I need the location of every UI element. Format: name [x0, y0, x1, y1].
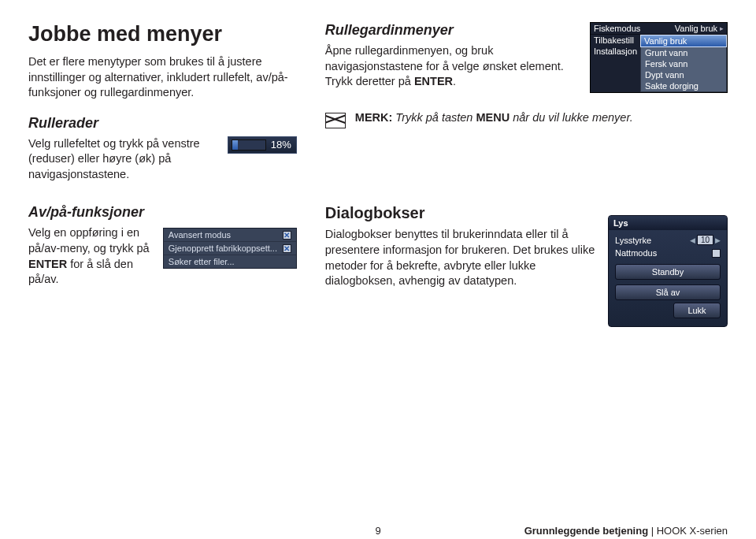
brightness-value: 10	[697, 235, 713, 245]
slider-fill	[232, 140, 239, 150]
note-text: MERK: Trykk på tasten MENU når du vil lu…	[355, 110, 633, 126]
slider-widget: 18%	[228, 136, 297, 154]
chevron-left-icon: ◀	[690, 236, 695, 244]
advanced-row: Søker etter filer...	[164, 255, 296, 268]
page-root: Jobbe med menyer Det er flere menytyper …	[28, 22, 728, 523]
dialog-row-brightness: Lysstyrke ◀ 10 ▶	[610, 233, 725, 247]
chevron-right-icon: ▶	[715, 236, 721, 244]
checkbox-icon	[712, 249, 721, 258]
dropdown-options: Grunt vann Fersk vann Dypt vann Sakte do…	[640, 47, 727, 92]
dropdown-selected: Vanlig bruk	[640, 35, 727, 47]
left-column: Jobbe med menyer Det er flere menytyper …	[28, 22, 297, 182]
rullegardin-row: Rullegardinmenyer Åpne rullegardinmenyen…	[325, 22, 728, 93]
rullerader-body: Velg rullefeltet og trykk på venstre (re…	[28, 136, 220, 183]
rullegardin-heading: Rullegardinmenyer	[325, 22, 579, 39]
columns-row1: Jobbe med menyer Det er flere menytyper …	[28, 22, 728, 182]
close-button: Lukk	[673, 303, 721, 318]
rullegardin-body: Åpne rullegardinmenyen, og bruk navigasj…	[325, 43, 579, 90]
rullerader-block: Velg rullefeltet og trykk på venstre (re…	[28, 136, 297, 183]
dialog-screenshot: Lys Lysstyrke ◀ 10 ▶ Nattmodus S	[608, 215, 728, 327]
dropdown-value: Vanlig bruk	[675, 24, 717, 33]
dropdown-option: Grunt vann	[641, 47, 726, 58]
dialogbokser-heading: Dialogbokser	[325, 204, 600, 222]
dropdown-label-installasjon: Installasjon	[594, 46, 637, 56]
off-button: Slå av	[615, 284, 721, 300]
dropdown-row-tilbakestill: Tilbakestill	[591, 35, 640, 46]
advanced-row: Gjenopprett fabrikkoppsett... ✕	[164, 242, 296, 255]
slider-value: 18%	[269, 139, 296, 151]
page-title: Jobbe med menyer	[28, 22, 297, 46]
columns-row2: Av/på-funksjoner Velg en oppføring i en …	[28, 204, 728, 327]
checkbox-icon: ✕	[283, 231, 291, 240]
avpa-heading: Av/på-funksjoner	[28, 204, 155, 221]
dialog-body: Lysstyrke ◀ 10 ▶ Nattmodus Standby Slå a…	[609, 230, 727, 326]
dropdown-option: Dypt vann	[641, 69, 726, 80]
slider-track	[232, 139, 266, 151]
avpa-block: Av/på-funksjoner Velg en oppføring i en …	[28, 204, 297, 327]
right-column: Rullegardinmenyer Åpne rullegardinmenyen…	[325, 22, 728, 182]
brightness-label: Lysstyrke	[615, 236, 651, 245]
standby-button: Standby	[615, 264, 721, 280]
rullerader-heading: Rullerader	[28, 115, 297, 132]
envelope-icon	[325, 113, 346, 128]
dropdown-label-tilbakestill: Tilbakestill	[594, 35, 634, 45]
checkbox-icon: ✕	[283, 244, 291, 253]
note-block: MERK: Trykk på tasten MENU når du vil lu…	[325, 110, 728, 128]
advanced-row: Avansert modus ✕	[164, 229, 296, 242]
dropdown-option: Sakte dorging	[641, 80, 726, 91]
intro-text: Det er flere menytyper som brukes til å …	[28, 54, 297, 101]
avpa-body: Velg en oppføring i en på/av-meny, og tr…	[28, 225, 155, 287]
dropdown-row-fiskemodus: Fiskemodus Vanlig bruk ▸	[591, 23, 727, 35]
dropdown-row-installasjon: Installasjon	[591, 46, 640, 57]
rullegardin-text-block: Rullegardinmenyer Åpne rullegardinmenyen…	[325, 22, 579, 90]
dropdown-screenshot: Fiskemodus Vanlig bruk ▸ Tilbakestill	[590, 22, 728, 93]
dialog-row-nightmode: Nattmodus	[610, 247, 725, 259]
advanced-row-label: Søker etter filer...	[169, 257, 235, 266]
chevron-right-icon: ▸	[720, 24, 724, 32]
dropdown-label: Fiskemodus	[594, 24, 640, 33]
dialogbokser-block: Dialogbokser Dialogbokser benyttes til b…	[325, 204, 728, 327]
breadcrumb: Grunnleggende betjening | HOOK X-serien	[524, 525, 728, 537]
advanced-row-label: Avansert modus	[169, 230, 231, 240]
dialog-title: Lys	[609, 216, 727, 230]
dialogbokser-body: Dialogbokser benyttes til brukerinndata …	[325, 227, 600, 288]
advanced-row-label: Gjenopprett fabrikkoppsett...	[169, 243, 277, 253]
advanced-panel: Avansert modus ✕ Gjenopprett fabrikkopps…	[163, 228, 297, 269]
dropdown-selected-label: Vanlig bruk	[644, 36, 687, 46]
nightmode-label: Nattmodus	[615, 248, 657, 258]
brightness-spinner: ◀ 10 ▶	[690, 235, 721, 245]
dropdown-option: Fersk vann	[641, 58, 726, 69]
page-number: 9	[375, 525, 380, 537]
